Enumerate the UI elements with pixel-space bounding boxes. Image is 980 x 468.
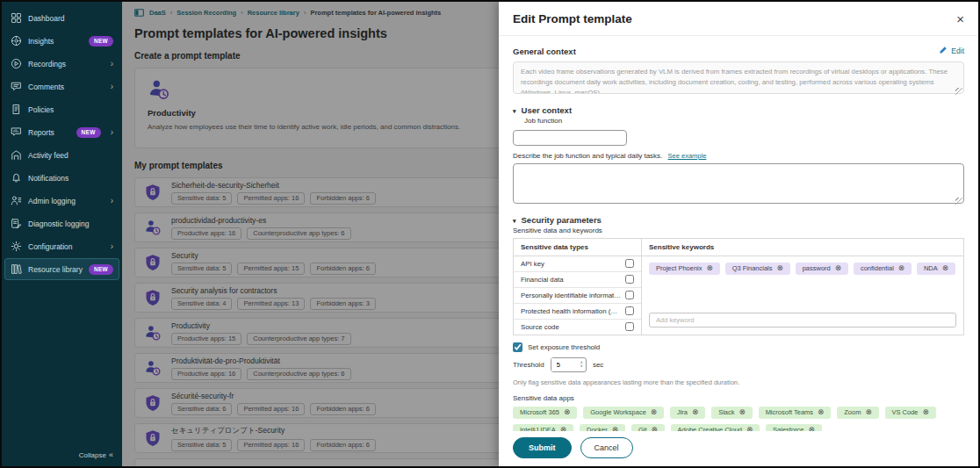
recordings-icon [11,58,22,69]
sidebar-item[interactable]: Reports NEW › [4,121,119,143]
sidebar-item[interactable]: Dashboard [4,7,119,29]
sensitive-app-chip: Git ⊗ [631,424,665,432]
set-exposure-threshold-row: Set exposure threshold [513,342,964,352]
activity-icon [11,149,22,161]
collapse-button[interactable]: Collapse« [2,445,122,464]
sensitive-app-chip: Jira ⊗ [670,407,705,419]
sensitive-app-chip: IntelliJ IDEA ⊗ [513,424,573,432]
general-context-textarea: Each video frame observations generated … [513,61,964,94]
keyword-chip: Project Phoenix ⊗ [649,263,720,275]
job-function-label: Job function [524,117,964,125]
data-type-checkbox[interactable] [625,275,634,284]
chevron-right-icon: › [111,243,113,250]
job-function-input[interactable] [513,130,627,146]
cancel-button[interactable]: Cancel [580,437,633,458]
data-type-row: Financial data [514,272,641,288]
edit-general-context-link[interactable]: Edit [939,46,964,56]
sidebar-item[interactable]: Insights NEW [4,30,119,52]
gear-icon [11,241,22,252]
keyword-chip: NDA ⊗ [917,263,955,275]
policies-icon [11,104,22,115]
remove-icon[interactable]: ⊗ [923,409,929,415]
collapse-icon: « [109,450,113,459]
resize-handle-icon[interactable] [955,88,962,95]
drawer-header: Edit Prompt template × [499,2,978,36]
remove-icon[interactable]: ⊗ [692,409,698,415]
pencil-icon [939,46,948,56]
set-exposure-threshold-checkbox[interactable] [513,342,522,352]
remove-icon[interactable]: ⊗ [707,265,713,271]
drawer-footer: Submit Cancel [499,431,978,466]
security-parameters-section-toggle[interactable]: ▾ Security parameters [513,215,964,225]
resize-handle-icon[interactable] [955,198,962,205]
sensitive-app-chip: Salesforce ⊗ [766,424,822,432]
sensitive-app-chip: VS Code ⊗ [885,407,936,419]
submit-button[interactable]: Submit [513,437,572,458]
app-window: Dashboard Insights NEW Recordings › [0,0,980,468]
chevron-right-icon: › [111,198,113,205]
threshold-label: Threshold [513,361,544,369]
dashboard-icon [11,12,22,24]
column-header: Sensitive keywords [642,239,963,256]
sensitive-app-chip: Google Workspace ⊗ [583,407,664,419]
sensitive-app-chip: Adobe Creative Cloud ⊗ [671,424,760,432]
decrement-icon[interactable]: ∨ [580,364,583,368]
data-type-checkbox[interactable] [625,291,634,299]
data-type-row: Source code [514,320,641,335]
insights-icon [11,35,22,47]
sensitive-app-chip: Slack ⊗ [711,407,752,419]
new-badge: NEW [89,264,113,275]
remove-icon[interactable]: ⊗ [564,409,570,415]
data-type-row: Personally identifiable information (... [514,288,641,304]
threshold-input[interactable] [551,358,578,371]
data-type-checkbox[interactable] [625,306,634,315]
sensitive-data-table: Sensitive data types Sensitive keywords … [513,238,964,335]
data-type-checkbox[interactable] [625,259,634,268]
remove-icon[interactable]: ⊗ [865,409,871,415]
sensitive-app-chip: Microsoft 365 ⊗ [513,407,577,419]
sidebar-item[interactable]: Diagnostic logging [4,212,119,234]
bell-icon [11,172,22,184]
edit-prompt-drawer: Edit Prompt template × General context E… [499,2,978,466]
keyword-chip: password ⊗ [796,263,848,275]
reports-icon [11,126,22,138]
add-keyword-input[interactable] [649,313,956,328]
remove-icon[interactable]: ⊗ [818,409,824,415]
triangle-down-icon: ▾ [513,218,516,225]
sidebar-nav: Dashboard Insights NEW Recordings › [2,6,122,281]
sidebar-item[interactable]: Notifications [4,167,119,189]
comments-icon [11,81,22,92]
threshold-unit: sec [593,361,603,369]
sidebar-item[interactable]: Resource library NEW [4,258,119,280]
sensitive-app-chip: Microsoft Teams ⊗ [759,407,832,419]
chevron-right-icon: › [111,61,113,68]
close-icon[interactable]: × [956,14,964,25]
sidebar-item[interactable]: Activity feed [4,144,119,166]
data-type-row: Protected health information (PHI) [514,304,641,320]
user-context-section-toggle[interactable]: ▾ User context [513,105,964,115]
sensitive-data-apps-label: Sensitive data apps [513,394,964,402]
sensitive-app-chip: Zoom ⊗ [837,407,878,419]
data-type-row: API key [514,256,641,272]
keyword-chip: Q3 Financials ⊗ [725,263,790,275]
describe-tasks-text: Describe the job function and typical da… [513,152,662,160]
job-description-textarea[interactable] [513,163,964,204]
remove-icon[interactable]: ⊗ [651,409,657,415]
remove-icon[interactable]: ⊗ [835,265,841,271]
sidebar-item[interactable]: Comments › [4,76,119,97]
data-type-checkbox[interactable] [625,322,634,331]
sensitive-app-chip: Docker ⊗ [580,424,625,432]
new-badge: NEW [76,127,101,138]
sidebar-item[interactable]: Admin logging › [4,190,119,212]
sidebar-item[interactable]: Configuration › [4,235,119,257]
remove-icon[interactable]: ⊗ [942,265,948,271]
admin-icon [11,195,22,206]
diagnostic-icon [11,218,22,229]
sidebar-item[interactable]: Recordings › [4,53,119,75]
remove-icon[interactable]: ⊗ [777,265,783,271]
remove-icon[interactable]: ⊗ [739,409,746,415]
triangle-down-icon: ▾ [513,108,516,115]
sidebar-item[interactable]: Policies [4,98,119,120]
remove-icon[interactable]: ⊗ [898,265,904,271]
see-example-link[interactable]: See example [668,152,707,160]
